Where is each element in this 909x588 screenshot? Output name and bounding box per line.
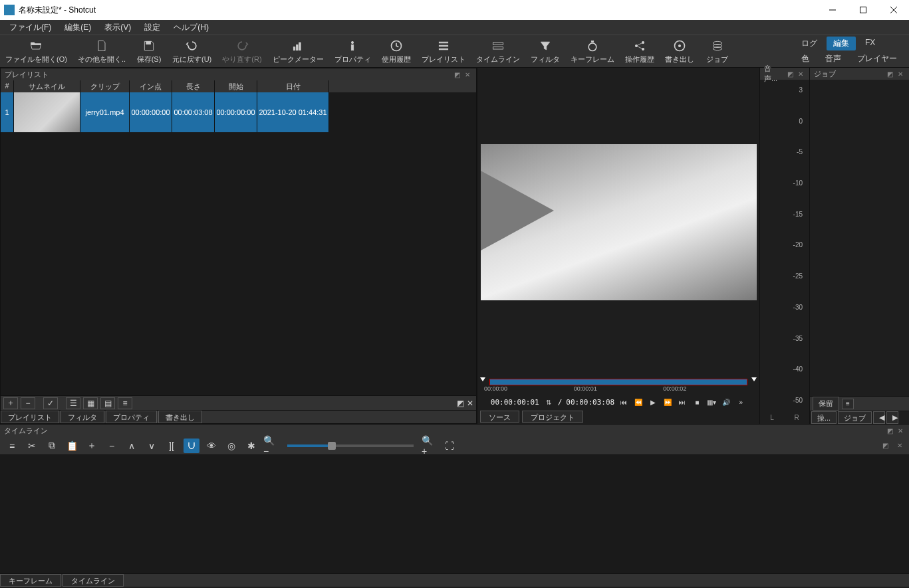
jobs-tab-next[interactable]: ▶ <box>886 411 898 424</box>
tl-undock-icon[interactable]: ◩ <box>880 442 890 449</box>
tab-filter[interactable]: フィルタ <box>61 411 104 423</box>
preview-scrubber[interactable]: 00:00:00 00:00:01 00:00:02 <box>477 376 759 395</box>
jobs-tab-op[interactable]: 操... <box>811 411 837 424</box>
timeline-close-icon[interactable]: ✕ <box>896 426 905 435</box>
peak-meter-button[interactable]: ピークメーター <box>267 35 329 67</box>
open-other-button[interactable]: その他を開く.. <box>72 35 131 67</box>
play-button[interactable]: ▶ <box>648 397 658 407</box>
col-date[interactable]: 日付 <box>257 80 329 92</box>
tl-ripple-button[interactable]: ◎ <box>223 439 239 453</box>
pl-close-icon[interactable]: ✕ <box>467 399 473 408</box>
pl-detail-view-button[interactable]: ▤ <box>100 397 115 409</box>
menu-view[interactable]: 表示(V) <box>98 21 138 35</box>
tl-menu-button[interactable]: ≡ <box>4 439 20 453</box>
tl-copy-button[interactable]: ⧉ <box>44 439 60 453</box>
stop-button[interactable]: ■ <box>692 397 702 407</box>
tl-append-button[interactable]: ＋ <box>84 439 100 453</box>
skip-end-button[interactable]: ⏭ <box>677 397 688 407</box>
pl-menu-button[interactable]: ≡ <box>118 397 132 409</box>
tab-source[interactable]: ソース <box>480 411 519 423</box>
pl-undock-icon[interactable]: ◩ <box>457 399 464 408</box>
pl-remove-button[interactable]: − <box>21 397 35 409</box>
skip-start-button[interactable]: ⏮ <box>618 397 629 407</box>
redo-button[interactable]: やり直す(R) <box>217 35 267 67</box>
tl-ripple-all-button[interactable]: ✱ <box>243 439 259 453</box>
tab-playlist[interactable]: プレイリスト <box>1 411 59 423</box>
menu-settings[interactable]: 設定 <box>138 21 167 35</box>
scrubber-track[interactable] <box>489 379 747 385</box>
tab-timeline[interactable]: タイムライン <box>63 574 124 587</box>
jobs-tab-prev[interactable]: ◀ <box>873 411 885 424</box>
tl-zoom-slider[interactable] <box>287 444 414 447</box>
tl-remove-button[interactable]: − <box>104 439 120 453</box>
in-marker-icon[interactable] <box>480 377 485 381</box>
save-button[interactable]: 保存(S) <box>131 35 167 67</box>
col-index[interactable]: # <box>1 80 14 92</box>
playlist-button[interactable]: プレイリスト <box>416 35 471 67</box>
history-button[interactable]: 使用履歴 <box>376 35 416 67</box>
maximize-button[interactable] <box>848 0 878 20</box>
timeline-button[interactable]: タイムライン <box>471 35 525 67</box>
rewind-button[interactable]: ⏪ <box>633 397 644 407</box>
pl-check-button[interactable]: ✓ <box>43 397 58 409</box>
properties-button[interactable]: プロパティ <box>329 35 376 67</box>
more-button[interactable]: » <box>735 397 746 407</box>
tl-lift-button[interactable]: ∧ <box>124 439 140 453</box>
menu-file[interactable]: ファイル(F) <box>3 21 58 35</box>
jobs-menu-button[interactable]: ≡ <box>842 399 854 409</box>
timeline-tracks[interactable] <box>0 455 909 573</box>
jobs-close-icon[interactable]: ✕ <box>896 69 905 78</box>
open-file-button[interactable]: ファイルを開く(O) <box>0 35 72 67</box>
close-button[interactable] <box>878 0 909 20</box>
tl-zoom-in-button[interactable]: 🔍+ <box>422 439 438 453</box>
tab-properties[interactable]: プロパティ <box>106 411 157 423</box>
jobs-tab-jobs[interactable]: ジョブ <box>838 411 872 424</box>
layout-log[interactable]: ログ <box>795 37 824 50</box>
menu-help[interactable]: ヘルプ(H) <box>167 21 215 35</box>
layout-edit[interactable]: 編集 <box>827 37 856 50</box>
audio-close-icon[interactable]: ✕ <box>796 69 805 78</box>
tl-scrub-button[interactable]: 👁 <box>203 439 219 453</box>
col-start[interactable]: 開始 <box>215 80 257 92</box>
export-button[interactable]: 書き出し <box>660 35 700 67</box>
volume-button[interactable]: 🔊 <box>721 397 731 407</box>
spinner-icon[interactable]: ⇅ <box>543 397 554 407</box>
layout-player[interactable]: プレイヤー <box>850 52 904 66</box>
tl-overwrite-button[interactable]: ∨ <box>144 439 160 453</box>
grid-button[interactable]: ▦▾ <box>706 397 717 407</box>
tl-zoom-fit-button[interactable]: ⛶ <box>442 439 457 453</box>
close-panel-icon[interactable]: ✕ <box>463 70 472 79</box>
menu-edit[interactable]: 編集(E) <box>58 21 98 35</box>
audio-undock-icon[interactable]: ◩ <box>786 69 795 78</box>
tab-keyframe[interactable]: キーフレーム <box>0 574 61 587</box>
tl-close-icon[interactable]: ✕ <box>894 442 905 449</box>
out-marker-icon[interactable] <box>751 377 757 381</box>
layout-audio[interactable]: 音声 <box>819 52 848 66</box>
tl-zoom-out-button[interactable]: 🔍− <box>263 439 279 453</box>
filter-button[interactable]: フィルタ <box>525 35 565 67</box>
playlist-row[interactable]: 1 jerry01.mp4 00:00:00:00 00:00:03:08 00… <box>1 92 476 132</box>
tl-snap-button[interactable] <box>184 439 199 453</box>
preview-canvas[interactable] <box>477 68 759 376</box>
tl-paste-button[interactable]: 📋 <box>64 439 80 453</box>
timeline-undock-icon[interactable]: ◩ <box>885 426 894 435</box>
pl-list-view-button[interactable]: ☰ <box>66 397 80 409</box>
col-length[interactable]: 長さ <box>172 80 215 92</box>
col-thumbnail[interactable]: サムネイル <box>14 80 80 92</box>
minimize-button[interactable] <box>817 0 848 20</box>
tl-cut-button[interactable]: ✂ <box>24 439 40 453</box>
col-in[interactable]: イン点 <box>130 80 172 92</box>
forward-button[interactable]: ⏩ <box>662 397 673 407</box>
col-clip[interactable]: クリップ <box>80 80 130 92</box>
tab-project[interactable]: プロジェクト <box>522 411 583 423</box>
tab-export[interactable]: 書き出し <box>158 411 202 423</box>
tl-split-button[interactable]: ][ <box>164 439 180 453</box>
undock-icon[interactable]: ◩ <box>452 70 461 79</box>
undo-button[interactable]: 元に戻す(U) <box>167 35 217 67</box>
pl-add-button[interactable]: ＋ <box>3 397 18 409</box>
timecode-current[interactable]: 00:00:00:01 <box>491 398 539 407</box>
jobs-button[interactable]: ジョブ <box>700 35 735 67</box>
keyframe-button[interactable]: キーフレーム <box>565 35 620 67</box>
layout-color[interactable]: 色 <box>795 52 816 66</box>
layout-fx[interactable]: FX <box>858 37 882 50</box>
